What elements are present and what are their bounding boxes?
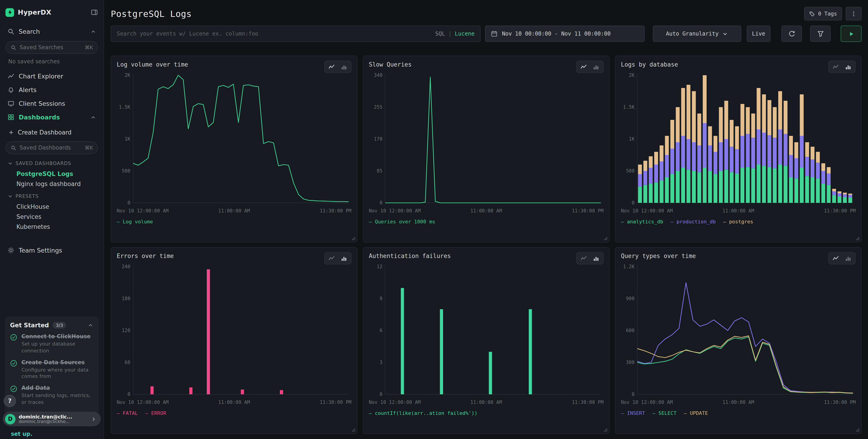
shortcut-hint: ⌘K xyxy=(85,44,93,51)
live-label: Live xyxy=(752,31,765,37)
resize-handle-icon[interactable] xyxy=(603,428,608,432)
dashboard-link-postgresql-logs[interactable]: PostgreSQL Logs xyxy=(5,169,98,179)
presets-section-header[interactable]: PRESETS xyxy=(5,191,98,201)
sql-toggle[interactable]: SQL xyxy=(435,31,445,37)
svg-text:9: 9 xyxy=(379,296,382,301)
chart-plot: 05001K1.5K2K xyxy=(117,71,351,208)
bar-chart-toggle[interactable] xyxy=(842,253,854,263)
sidebar-collapse-button[interactable] xyxy=(91,9,98,16)
line-chart-toggle[interactable] xyxy=(830,62,842,71)
bar-chart-toggle[interactable] xyxy=(842,62,854,71)
hyperdx-app: HyperDX Search Saved Searches ⌘K No save… xyxy=(0,0,868,439)
x-axis: Nov 10 12:00:00 AM11:00:00 AM11:30:00 PM xyxy=(117,399,351,406)
preset-link-clickhouse[interactable]: ClickHouse xyxy=(5,201,98,212)
get-started-card: Get Started 3/3 Connect to ClickHouse Se… xyxy=(5,316,99,415)
get-started-step[interactable]: Connect to ClickHouse Set up your databa… xyxy=(10,333,93,354)
event-search-input[interactable] xyxy=(117,31,432,37)
x-axis-tick: Nov 10 12:00:00 AM xyxy=(117,399,169,405)
get-started-header[interactable]: Get Started 3/3 xyxy=(10,322,93,329)
panel-slow-queries: Slow Queries 085170255340 Nov 10 12:00:0… xyxy=(363,56,610,243)
x-axis-tick: Nov 10 12:00:00 AM xyxy=(621,399,673,405)
tags-button[interactable]: 0 Tags xyxy=(804,7,842,21)
svg-text:1K: 1K xyxy=(125,136,131,142)
hyperdx-logo-icon xyxy=(5,8,14,17)
chart-legend: — analytics_db— production_db— postgres xyxy=(621,219,856,225)
preset-link-kubernetes[interactable]: Kubernetes xyxy=(5,222,98,231)
calendar-icon xyxy=(491,30,498,37)
svg-text:1.2K: 1.2K xyxy=(623,264,634,270)
get-started-step[interactable]: Add Data Start sending logs, metrics, or… xyxy=(10,385,93,406)
line-chart-toggle[interactable] xyxy=(578,62,590,71)
step-desc: Start sending logs, metrics, or traces xyxy=(22,393,93,406)
sidebar-item-team-settings[interactable]: Team Settings xyxy=(5,244,98,257)
svg-text:0: 0 xyxy=(631,391,634,397)
x-axis-tick: Nov 10 12:00:00 AM xyxy=(117,208,169,213)
resize-handle-icon[interactable] xyxy=(856,237,860,241)
kebab-icon xyxy=(851,11,857,17)
step-desc: Set up your database connection xyxy=(22,341,93,354)
granularity-select[interactable]: Auto Granularity xyxy=(653,26,741,42)
sidebar-item-label: Team Settings xyxy=(19,247,62,254)
sidebar-item-chart-explorer[interactable]: Chart Explorer xyxy=(5,69,98,83)
x-axis: Nov 10 12:00:00 AM11:00:00 AM11:30:00 PM xyxy=(117,208,351,215)
resize-handle-icon[interactable] xyxy=(603,237,608,241)
sidebar-item-client-sessions[interactable]: Client Sessions xyxy=(5,97,98,110)
x-axis: Nov 10 12:00:00 AM11:00:00 AM11:30:00 PM xyxy=(621,399,856,406)
run-query-button[interactable] xyxy=(841,26,862,42)
sidebar-item-dashboards[interactable]: Dashboards xyxy=(5,110,98,124)
bar-chart-toggle[interactable] xyxy=(590,62,602,71)
legend-item: — UPDATE xyxy=(684,410,708,416)
line-chart-toggle[interactable] xyxy=(830,253,842,263)
resize-handle-icon[interactable] xyxy=(351,428,355,432)
line-chart-toggle[interactable] xyxy=(326,253,338,263)
query-language-toggle[interactable]: SQL | Lucene xyxy=(435,31,474,37)
section-label-text: SAVED DASHBOARDS xyxy=(16,160,71,166)
step-title: Create Data Sources xyxy=(22,359,93,366)
help-button[interactable]: ? xyxy=(4,395,16,407)
preset-link-label: Kubernetes xyxy=(17,223,50,230)
saved-searches-input[interactable]: Saved Searches ⌘K xyxy=(5,41,98,54)
sidebar-item-alerts[interactable]: Alerts xyxy=(5,83,98,97)
chart-title: Errors over time xyxy=(117,253,351,259)
sidebar-item-label: Client Sessions xyxy=(19,100,65,107)
refresh-button[interactable] xyxy=(781,26,802,42)
svg-text:1K: 1K xyxy=(629,136,635,142)
play-icon xyxy=(848,31,854,37)
svg-text:0: 0 xyxy=(631,200,634,206)
chart-plot: 03006009001.2K xyxy=(621,262,856,399)
saved-dashboards-input[interactable]: Saved Dashboards ⌘K xyxy=(5,141,98,154)
create-dashboard-button[interactable]: Create Dashboard xyxy=(5,126,98,138)
user-menu[interactable]: D dominic.tran@clic... dominic.tran@clic… xyxy=(3,412,101,426)
preset-link-label: Services xyxy=(17,213,41,220)
bar-chart-toggle[interactable] xyxy=(338,253,350,263)
panel-authentication-failures: Authentication failures 036912 Nov 10 12… xyxy=(363,247,610,434)
event-search-box[interactable]: SQL | Lucene xyxy=(111,26,480,42)
chart-legend: — Queries over 1000 ms xyxy=(369,219,603,225)
resize-handle-icon[interactable] xyxy=(351,237,355,241)
lucene-toggle[interactable]: Lucene xyxy=(455,31,474,37)
saved-searches-placeholder: Saved Searches xyxy=(20,44,63,51)
sidebar-item-label: Chart Explorer xyxy=(19,72,63,80)
live-button[interactable]: Live xyxy=(747,26,770,42)
get-started-step[interactable]: Create Data Sources Configure where your… xyxy=(10,359,93,380)
dashboard-link-nginx-logs[interactable]: Nginx logs dashboard xyxy=(5,179,98,189)
saved-dashboards-section-header[interactable]: SAVED DASHBOARDS xyxy=(5,158,98,169)
sidebar-item-label: Dashboards xyxy=(19,114,60,121)
legend-item: — FATAL xyxy=(117,410,138,416)
line-chart-toggle[interactable] xyxy=(578,253,590,263)
resize-handle-icon[interactable] xyxy=(856,428,860,432)
preset-link-services[interactable]: Services xyxy=(5,212,98,222)
panel-query-types: Query types over time 03006009001.2K Nov… xyxy=(615,247,862,434)
time-range-picker[interactable]: Nov 10 00:00:00 - Nov 11 00:00:00 xyxy=(485,26,645,42)
legend-item: — SELECT xyxy=(652,410,677,416)
bar-chart-toggle[interactable] xyxy=(338,62,350,71)
chart-type-toggle xyxy=(828,252,856,264)
filter-button[interactable] xyxy=(810,26,831,42)
tag-icon xyxy=(809,11,815,17)
bar-chart-toggle[interactable] xyxy=(590,253,602,263)
line-chart-toggle[interactable] xyxy=(326,62,338,71)
check-circle-icon xyxy=(10,334,17,354)
time-range-value: Nov 10 00:00:00 - Nov 11 00:00:00 xyxy=(502,31,611,37)
sidebar-item-search[interactable]: Search xyxy=(5,25,98,38)
more-menu-button[interactable] xyxy=(846,7,862,21)
